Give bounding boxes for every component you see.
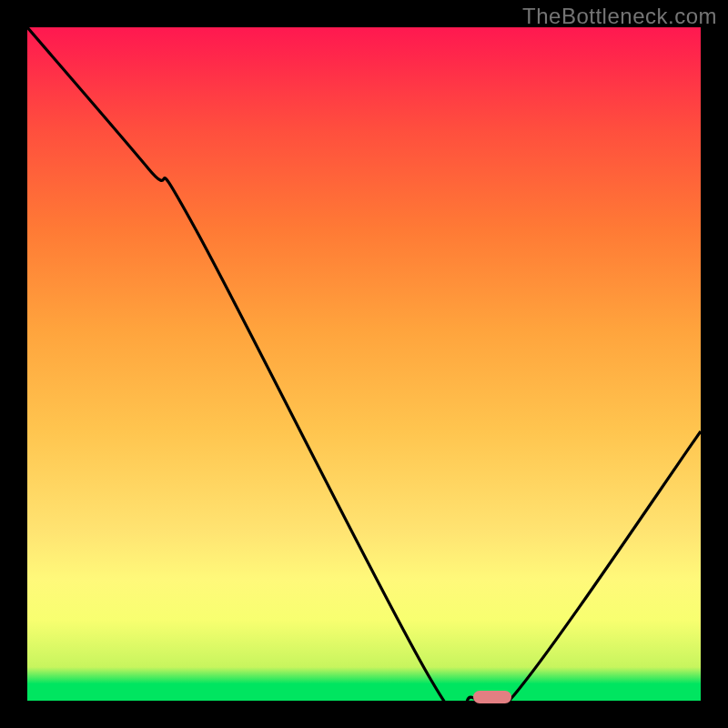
optimal-range-marker bbox=[473, 691, 511, 703]
bottleneck-curve bbox=[27, 27, 701, 701]
chart-frame: TheBottleneck.com bbox=[0, 0, 728, 728]
plot-area bbox=[27, 27, 701, 701]
watermark-text: TheBottleneck.com bbox=[522, 4, 717, 29]
